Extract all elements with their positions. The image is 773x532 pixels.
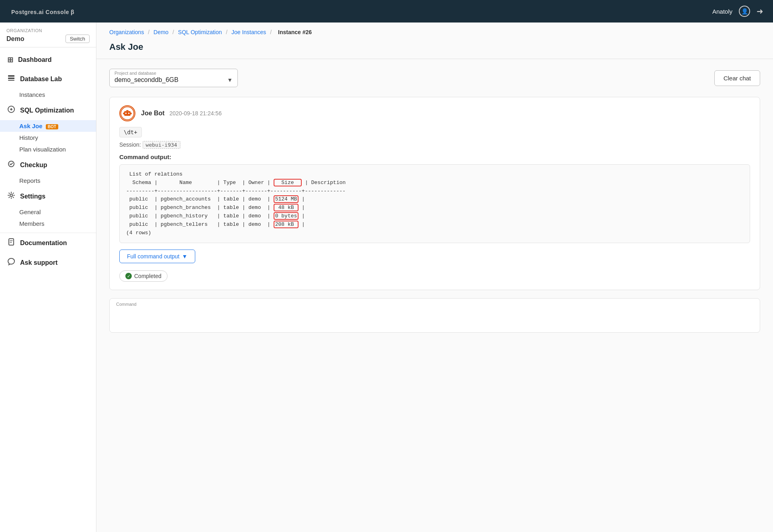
breadcrumb-sep-3: / (226, 29, 227, 35)
chevron-down-icon: ▼ (227, 77, 233, 83)
content-area: Project and database demo_seconddb_6GB ▼… (96, 59, 773, 342)
svg-rect-2 (8, 80, 14, 81)
breadcrumb-demo[interactable]: Demo (153, 29, 168, 35)
org-section: Organization Demo Switch (0, 23, 96, 47)
command-input-label: Command (110, 299, 760, 307)
breadcrumb-sql-optimization[interactable]: SQL Optimization (178, 29, 222, 35)
size-value-1: 5124 MB (274, 195, 299, 203)
sidebar-item-instances[interactable]: Instances (0, 89, 96, 100)
dashboard-label: Dashboard (18, 56, 52, 63)
checkup-label: Checkup (20, 162, 47, 169)
svg-point-5 (10, 194, 12, 196)
svg-rect-8 (124, 111, 131, 116)
message-meta: Joe Bot 2020-09-18 21:24:56 (141, 110, 222, 117)
svg-rect-0 (8, 75, 14, 77)
main-content: Organizations / Demo / SQL Optimization … (96, 23, 773, 532)
checkup-icon (7, 160, 15, 170)
chevron-down-icon: ▼ (182, 253, 188, 260)
session-value: webui-i934 (143, 141, 180, 149)
database-lab-icon (7, 74, 15, 84)
app-logo: Postgres.ai Consoleβ (10, 7, 74, 16)
breadcrumb-sep-4: / (270, 29, 272, 35)
bot-name: Joe Bot (141, 110, 165, 117)
settings-icon (7, 191, 15, 201)
sidebar-item-dashboard[interactable]: ⊞ Dashboard (0, 51, 96, 69)
message-card: Joe Bot 2020-09-18 21:24:56 \dt+ Session… (109, 97, 760, 290)
settings-label: Settings (20, 193, 45, 200)
svg-point-9 (125, 113, 127, 114)
app-beta: β (71, 9, 74, 15)
svg-point-10 (128, 113, 130, 114)
message-timestamp: 2020-09-18 21:24:56 (170, 110, 222, 117)
svg-rect-12 (131, 113, 132, 115)
sql-optimization-label: SQL Optimization (20, 107, 74, 114)
bot-avatar (119, 105, 135, 121)
full-output-label: Full command output (127, 253, 180, 260)
db-selector-label: Project and database (115, 71, 233, 76)
size-value-3: 0 bytes (274, 212, 299, 220)
command-input[interactable] (110, 307, 760, 331)
logout-icon[interactable]: ➜ (757, 6, 763, 16)
documentation-label: Documentation (20, 239, 67, 247)
full-command-output-button[interactable]: Full command output ▼ (119, 250, 195, 263)
completed-dot: ✓ (125, 273, 132, 279)
sidebar-item-checkup[interactable]: Checkup (0, 155, 96, 175)
sidebar-item-ask-joe[interactable]: Ask Joe BOT (0, 120, 96, 132)
session-label: Session: (119, 141, 141, 148)
page-title: Ask Joe (96, 39, 773, 59)
sidebar-item-members[interactable]: Members (0, 218, 96, 229)
sidebar: Organization Demo Switch ⊞ Dashboard Dat… (0, 23, 96, 532)
selector-row: Project and database demo_seconddb_6GB ▼… (109, 69, 760, 87)
topnav-right: Anatoly 👤 ➜ (712, 6, 763, 17)
database-lab-label: Database Lab (20, 76, 62, 83)
sidebar-item-settings[interactable]: Settings (0, 186, 96, 206)
size-value-4: 208 kB (274, 221, 299, 228)
breadcrumb-sep-2: / (172, 29, 174, 35)
sidebar-item-sql-optimization[interactable]: SQL Optimization (0, 100, 96, 120)
svg-rect-1 (8, 78, 14, 79)
breadcrumb-current: Instance #26 (278, 29, 312, 35)
command-input-wrap: Command (109, 298, 760, 333)
sidebar-item-ask-support[interactable]: Ask support (0, 253, 96, 272)
org-name: Demo (6, 35, 24, 43)
sidebar-item-documentation[interactable]: Documentation (0, 233, 96, 253)
session-row: Session: webui-i934 (119, 141, 750, 148)
svg-rect-13 (126, 110, 128, 111)
documentation-icon (7, 238, 15, 248)
breadcrumb-sep-1: / (148, 29, 149, 35)
user-icon[interactable]: 👤 (739, 6, 750, 17)
svg-rect-6 (9, 239, 14, 245)
completed-badge: ✓ Completed (119, 270, 168, 282)
breadcrumb-joe-instances[interactable]: Joe Instances (231, 29, 266, 35)
org-row: Demo Switch (6, 35, 90, 43)
command-output-label: Command output: (119, 153, 750, 160)
svg-rect-11 (123, 113, 124, 115)
db-selector-wrap: Project and database demo_seconddb_6GB ▼ (109, 69, 238, 87)
message-command: \dt+ (119, 127, 142, 137)
size-column-highlight: Size (274, 179, 302, 186)
breadcrumb-organizations[interactable]: Organizations (109, 29, 144, 35)
app-title: Postgres.ai Console (11, 9, 69, 15)
size-value-2: 48 kB (274, 204, 299, 211)
sidebar-nav: ⊞ Dashboard Database Lab Instances SQL O… (0, 47, 96, 233)
topnav: Postgres.ai Consoleβ Anatoly 👤 ➜ (0, 0, 773, 23)
org-label: Organization (6, 28, 90, 33)
output-box: List of relations Schema | Name | Type |… (119, 164, 750, 243)
sidebar-item-reports[interactable]: Reports (0, 175, 96, 186)
completed-label: Completed (134, 273, 162, 279)
sidebar-item-database-lab[interactable]: Database Lab (0, 69, 96, 89)
sidebar-item-plan-visualization[interactable]: Plan visualization (0, 143, 96, 155)
ask-support-label: Ask support (20, 259, 57, 266)
sidebar-item-general[interactable]: General (0, 206, 96, 218)
db-selected-value: demo_seconddb_6GB (115, 76, 178, 84)
switch-org-button[interactable]: Switch (65, 35, 90, 43)
bot-badge: BOT (46, 124, 58, 129)
sidebar-item-history[interactable]: History (0, 132, 96, 143)
main-layout: Organization Demo Switch ⊞ Dashboard Dat… (0, 23, 773, 532)
dashboard-icon: ⊞ (7, 55, 13, 64)
message-header: Joe Bot 2020-09-18 21:24:56 (119, 105, 750, 121)
status-row: ✓ Completed (119, 270, 750, 282)
db-selector[interactable]: demo_seconddb_6GB ▼ (115, 76, 233, 84)
clear-chat-button[interactable]: Clear chat (714, 70, 760, 86)
user-name: Anatoly (712, 8, 732, 15)
